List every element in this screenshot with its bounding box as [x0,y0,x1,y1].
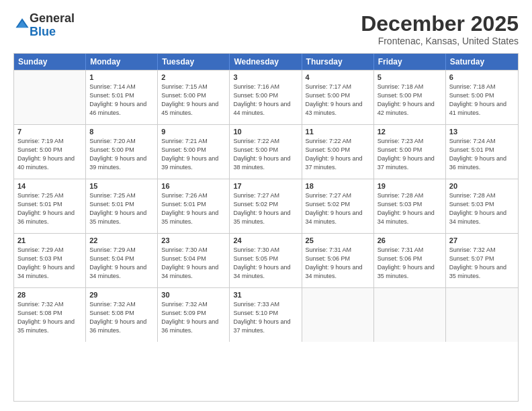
cal-cell: 28Sunrise: 7:32 AMSunset: 5:08 PMDayligh… [14,288,86,342]
cell-info: Sunrise: 7:24 AMSunset: 5:01 PMDaylight:… [449,137,515,172]
cal-header-monday: Monday [86,54,158,70]
cal-header-friday: Friday [374,54,446,70]
cal-cell [302,288,374,342]
page-title: December 2025 [361,12,519,36]
cell-info: Sunrise: 7:28 AMSunset: 5:03 PMDaylight:… [449,191,515,226]
cal-week-5: 28Sunrise: 7:32 AMSunset: 5:08 PMDayligh… [14,287,518,342]
calendar-body: 1Sunrise: 7:14 AMSunset: 5:01 PMDaylight… [14,70,518,342]
header: General Blue December 2025 Frontenac, Ka… [13,12,519,46]
day-number: 26 [378,236,442,244]
cal-cell: 10Sunrise: 7:22 AMSunset: 5:00 PMDayligh… [230,125,302,179]
day-number: 12 [378,128,442,136]
cal-cell: 7Sunrise: 7:19 AMSunset: 5:00 PMDaylight… [14,125,86,179]
day-number: 13 [449,128,515,136]
cell-info: Sunrise: 7:18 AMSunset: 5:00 PMDaylight:… [378,83,442,118]
logo-icon [15,17,30,32]
cal-cell: 1Sunrise: 7:14 AMSunset: 5:01 PMDaylight… [86,71,158,124]
cell-info: Sunrise: 7:15 AMSunset: 5:00 PMDaylight:… [161,83,226,118]
cal-cell: 17Sunrise: 7:27 AMSunset: 5:02 PMDayligh… [230,179,302,233]
day-number: 28 [17,291,82,299]
page-subtitle: Frontenac, Kansas, United States [361,36,519,46]
logo-blue-text: Blue [30,25,56,38]
logo: General Blue [13,12,75,39]
cal-cell: 3Sunrise: 7:16 AMSunset: 5:00 PMDaylight… [230,71,302,124]
cal-cell [446,288,518,342]
cell-info: Sunrise: 7:18 AMSunset: 5:00 PMDaylight:… [449,83,515,118]
cell-info: Sunrise: 7:30 AMSunset: 5:05 PMDaylight:… [233,246,298,281]
cell-info: Sunrise: 7:23 AMSunset: 5:00 PMDaylight:… [378,137,442,172]
cell-info: Sunrise: 7:25 AMSunset: 5:01 PMDaylight:… [17,191,82,226]
day-number: 30 [161,291,226,299]
cal-cell: 12Sunrise: 7:23 AMSunset: 5:00 PMDayligh… [374,125,446,179]
cal-header-sunday: Sunday [14,54,86,70]
cell-info: Sunrise: 7:32 AMSunset: 5:08 PMDaylight:… [89,300,154,335]
day-number: 20 [449,182,515,190]
day-number: 2 [161,73,226,81]
cal-cell: 4Sunrise: 7:17 AMSunset: 5:00 PMDaylight… [302,71,374,124]
day-number: 9 [161,128,226,136]
cal-cell: 23Sunrise: 7:30 AMSunset: 5:04 PMDayligh… [158,234,230,287]
day-number: 31 [233,291,298,299]
cal-cell: 24Sunrise: 7:30 AMSunset: 5:05 PMDayligh… [230,234,302,287]
logo-general-text: General [30,11,75,25]
day-number: 1 [89,73,154,81]
cal-week-1: 1Sunrise: 7:14 AMSunset: 5:01 PMDaylight… [14,70,518,124]
cell-info: Sunrise: 7:29 AMSunset: 5:03 PMDaylight:… [17,246,82,281]
cal-cell: 21Sunrise: 7:29 AMSunset: 5:03 PMDayligh… [14,234,86,287]
day-number: 8 [89,128,154,136]
cell-info: Sunrise: 7:16 AMSunset: 5:00 PMDaylight:… [233,83,298,118]
cell-info: Sunrise: 7:17 AMSunset: 5:00 PMDaylight:… [306,83,370,118]
cell-info: Sunrise: 7:22 AMSunset: 5:00 PMDaylight:… [233,137,298,172]
day-number: 6 [449,73,515,81]
cal-cell: 13Sunrise: 7:24 AMSunset: 5:01 PMDayligh… [446,125,518,179]
page: General Blue December 2025 Frontenac, Ka… [0,0,532,411]
cal-header-wednesday: Wednesday [230,54,302,70]
cal-cell: 22Sunrise: 7:29 AMSunset: 5:04 PMDayligh… [86,234,158,287]
day-number: 10 [233,128,298,136]
cell-info: Sunrise: 7:22 AMSunset: 5:00 PMDaylight:… [306,137,370,172]
day-number: 16 [161,182,226,190]
day-number: 7 [17,128,82,136]
day-number: 3 [233,73,298,81]
cal-cell: 31Sunrise: 7:33 AMSunset: 5:10 PMDayligh… [230,288,302,342]
cal-week-3: 14Sunrise: 7:25 AMSunset: 5:01 PMDayligh… [14,179,518,233]
cell-info: Sunrise: 7:25 AMSunset: 5:01 PMDaylight:… [89,191,154,226]
day-number: 4 [306,73,370,81]
cell-info: Sunrise: 7:32 AMSunset: 5:08 PMDaylight:… [17,300,82,335]
cell-info: Sunrise: 7:27 AMSunset: 5:02 PMDaylight:… [306,191,370,226]
cell-info: Sunrise: 7:21 AMSunset: 5:00 PMDaylight:… [161,137,226,172]
cal-cell: 19Sunrise: 7:28 AMSunset: 5:03 PMDayligh… [374,179,446,233]
cal-cell: 18Sunrise: 7:27 AMSunset: 5:02 PMDayligh… [302,179,374,233]
cal-cell [374,288,446,342]
cell-info: Sunrise: 7:32 AMSunset: 5:09 PMDaylight:… [161,300,226,335]
cell-info: Sunrise: 7:28 AMSunset: 5:03 PMDaylight:… [378,191,442,226]
cal-cell: 27Sunrise: 7:32 AMSunset: 5:07 PMDayligh… [446,234,518,287]
day-number: 27 [449,236,515,244]
cell-info: Sunrise: 7:29 AMSunset: 5:04 PMDaylight:… [89,246,154,281]
cell-info: Sunrise: 7:26 AMSunset: 5:01 PMDaylight:… [161,191,226,226]
cell-info: Sunrise: 7:14 AMSunset: 5:01 PMDaylight:… [89,83,154,118]
day-number: 15 [89,182,154,190]
cal-cell: 20Sunrise: 7:28 AMSunset: 5:03 PMDayligh… [446,179,518,233]
cell-info: Sunrise: 7:20 AMSunset: 5:00 PMDaylight:… [89,137,154,172]
cal-cell: 8Sunrise: 7:20 AMSunset: 5:00 PMDaylight… [86,125,158,179]
cal-cell: 6Sunrise: 7:18 AMSunset: 5:00 PMDaylight… [446,71,518,124]
cal-cell: 25Sunrise: 7:31 AMSunset: 5:06 PMDayligh… [302,234,374,287]
cell-info: Sunrise: 7:31 AMSunset: 5:06 PMDaylight:… [378,246,442,281]
day-number: 22 [89,236,154,244]
cal-week-4: 21Sunrise: 7:29 AMSunset: 5:03 PMDayligh… [14,233,518,287]
calendar-header: SundayMondayTuesdayWednesdayThursdayFrid… [14,54,518,70]
day-number: 23 [161,236,226,244]
cal-cell: 9Sunrise: 7:21 AMSunset: 5:00 PMDaylight… [158,125,230,179]
cell-info: Sunrise: 7:27 AMSunset: 5:02 PMDaylight:… [233,191,298,226]
cal-cell [14,71,86,124]
title-block: December 2025 Frontenac, Kansas, United … [361,12,519,46]
day-number: 17 [233,182,298,190]
cal-cell: 16Sunrise: 7:26 AMSunset: 5:01 PMDayligh… [158,179,230,233]
cell-info: Sunrise: 7:19 AMSunset: 5:00 PMDaylight:… [17,137,82,172]
day-number: 14 [17,182,82,190]
cal-header-thursday: Thursday [302,54,374,70]
cal-cell: 29Sunrise: 7:32 AMSunset: 5:08 PMDayligh… [86,288,158,342]
day-number: 19 [378,182,442,190]
day-number: 29 [89,291,154,299]
